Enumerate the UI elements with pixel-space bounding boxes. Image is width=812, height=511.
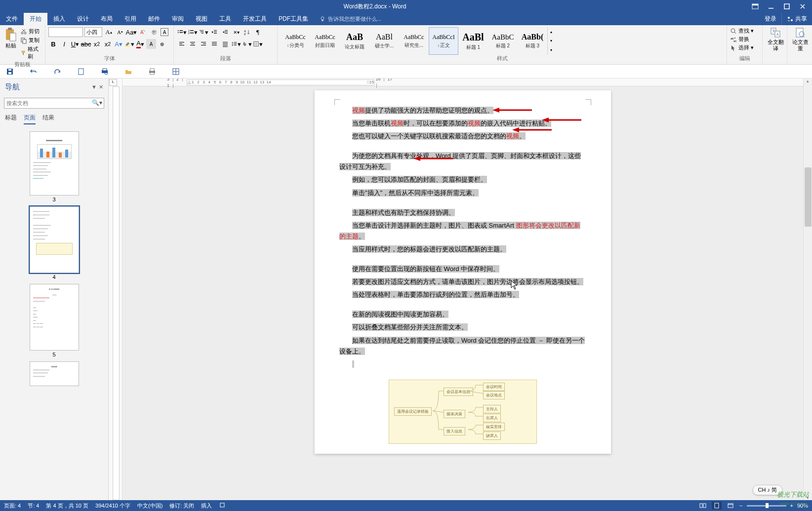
tab-references[interactable]: 引用 (119, 13, 142, 25)
nav-tab-pages[interactable]: 页面 (24, 114, 36, 124)
nav-dropdown-icon[interactable]: ▼ (91, 84, 97, 90)
page-thumbnail-4[interactable]: ━━━━━━━━━━━━━━━━━━━━━━━━━━━━━━━━━━━━━━━━… (30, 206, 79, 273)
style-item-3[interactable]: AaBl硕士学... (369, 27, 399, 55)
borders-button[interactable]: ▾ (253, 39, 263, 49)
tab-mailings[interactable]: 邮件 (142, 13, 166, 25)
nav-close-icon[interactable]: ✕ (99, 84, 103, 90)
ime-indicator[interactable]: CH ♪ 简 (753, 485, 783, 495)
view-read-mode-button[interactable] (698, 502, 708, 510)
style-item-2[interactable]: AaB论文标题 (340, 27, 369, 55)
enclose-char-button[interactable]: ⊕ (157, 39, 167, 49)
tab-selector[interactable]: L (109, 79, 117, 86)
view-print-layout-button[interactable] (712, 502, 722, 510)
font-name-combo[interactable] (48, 27, 83, 37)
align-center-button[interactable] (188, 39, 198, 49)
tab-layout[interactable]: 布局 (95, 13, 119, 25)
grow-font-button[interactable]: A▴ (104, 27, 114, 37)
distribute-button[interactable] (220, 39, 230, 49)
ribbon-display-icon[interactable] (748, 1, 763, 12)
qat-print-preview-button[interactable] (100, 67, 110, 77)
zoom-slider[interactable] (747, 505, 786, 507)
status-page[interactable]: 页面: 4 (4, 502, 21, 510)
collapse-ribbon-button[interactable] (803, 502, 810, 510)
page-thumbnail-3[interactable]: ■■■■■■■■■■■ ━━━━━━━━━━━━━━━━━━━━━━━━━━━━… (30, 131, 79, 196)
zoom-out-button[interactable]: − (739, 503, 742, 509)
status-page-count[interactable]: 第 4 页，共 10 页 (46, 502, 88, 510)
multilevel-button[interactable]: ▾ (199, 27, 208, 37)
copy-button[interactable]: 复制 (20, 36, 42, 44)
decrease-indent-button[interactable] (209, 27, 219, 37)
style-item-0[interactable]: AaBbCc↓分类号 (281, 27, 310, 55)
vertical-scrollbar[interactable]: ▴ ▾ (803, 79, 812, 500)
tab-developer[interactable]: 开发工具 (237, 13, 273, 25)
view-web-layout-button[interactable] (726, 502, 735, 510)
shading-button[interactable]: ▾ (242, 39, 252, 49)
redo-button[interactable] (52, 67, 62, 77)
search-icon[interactable]: 🔍▾ (92, 99, 102, 106)
status-language[interactable]: 中文(中国) (137, 502, 162, 510)
share-button[interactable]: 共享 (781, 13, 812, 25)
change-case-button[interactable]: Aa▾ (126, 27, 136, 37)
replace-button[interactable]: abac替换 (730, 36, 759, 43)
underline-button[interactable]: U▾ (70, 39, 80, 49)
qat-open-button[interactable] (123, 67, 133, 77)
italic-button[interactable]: I (59, 39, 69, 49)
qat-insert-button[interactable] (171, 67, 181, 77)
strike-button[interactable]: abc (81, 39, 91, 49)
char-shading-button[interactable]: A (146, 39, 156, 49)
align-left-button[interactable] (177, 39, 187, 49)
styles-more-button[interactable]: ▴▾▾ (547, 27, 554, 55)
tab-design[interactable]: 设计 (71, 13, 95, 25)
style-item-4[interactable]: AaBbCc研究生... (399, 27, 429, 55)
qat-print-button[interactable] (147, 67, 157, 77)
select-button[interactable]: 选择▾ (730, 44, 759, 51)
show-marks-button[interactable]: ¶ (253, 27, 263, 37)
qat-new-button[interactable] (76, 67, 86, 77)
asian-layout-button[interactable]: ✕▾ (231, 27, 241, 37)
clear-format-button[interactable]: A (138, 27, 148, 37)
find-button[interactable]: 查找▾ (730, 27, 759, 35)
close-icon[interactable] (795, 1, 810, 12)
numbering-button[interactable]: 12▾ (188, 27, 198, 37)
tab-home[interactable]: 开始 (24, 13, 47, 25)
status-macro-icon[interactable] (219, 502, 226, 510)
subscript-button[interactable]: x2 (92, 39, 102, 49)
bold-button[interactable]: B (48, 39, 58, 49)
save-button[interactable] (5, 67, 15, 77)
shrink-font-button[interactable]: A▾ (115, 27, 125, 37)
style-item-7[interactable]: AaBbC标题 2 (488, 27, 518, 55)
scroll-up-icon[interactable]: ▴ (804, 79, 812, 83)
vertical-ruler[interactable] (113, 86, 120, 500)
scroll-down-icon[interactable]: ▾ (804, 495, 812, 500)
border-char-button[interactable]: A (161, 28, 168, 36)
bullets-button[interactable]: ▾ (177, 27, 187, 37)
superscript-button[interactable]: x2 (103, 39, 113, 49)
text-effects-button[interactable]: A▾ (114, 39, 123, 49)
status-track-changes[interactable]: 修订: 关闭 (169, 502, 194, 510)
horizontal-ruler[interactable]: 3 ｜ 2 ｜ 1 ｜ △ 1 2 3 4 5 6 7 8 9 10 11 12… (122, 79, 803, 86)
undo-button[interactable] (29, 67, 39, 77)
scrollbar-thumb[interactable] (805, 167, 812, 227)
align-right-button[interactable] (199, 39, 208, 49)
paste-button[interactable]: 粘贴 (3, 27, 18, 49)
page-thumbnail-5[interactable]: ■ ■ ■■■■ ━━━━ ━━━━━━━━━━━ ━━━━━━━━━━━━━━… (30, 284, 79, 351)
highlight-button[interactable]: ▾ (124, 39, 134, 49)
tab-file[interactable]: 文件 (0, 13, 24, 25)
signin-button[interactable]: 登录 (760, 13, 781, 25)
zoom-in-button[interactable]: + (790, 503, 793, 509)
tell-me-search[interactable]: 告诉我您想要做什么... (314, 13, 760, 25)
tab-tools[interactable]: 工具 (213, 13, 237, 25)
tab-pdf[interactable]: PDF工具集 (273, 13, 314, 25)
tab-insert[interactable]: 插入 (47, 13, 71, 25)
style-item-6[interactable]: AaBl标题 1 (458, 27, 488, 55)
font-size-combo[interactable] (84, 27, 102, 37)
style-item-8[interactable]: AaBb(标题 3 (518, 27, 547, 55)
nav-tab-headings[interactable]: 标题 (5, 114, 17, 124)
format-painter-button[interactable]: 格式刷 (20, 45, 42, 61)
status-word-count[interactable]: 394/2410 个字 (95, 502, 130, 510)
document-page[interactable]: 视频提供了功能强大的方法帮助您证明您的观点。 当您单击联机视频时，可以在想要添加… (315, 90, 611, 454)
maximize-icon[interactable] (779, 1, 794, 12)
cut-button[interactable]: 剪切 (20, 27, 42, 36)
minimize-icon[interactable] (764, 1, 778, 12)
status-insert-mode[interactable]: 插入 (201, 502, 212, 510)
